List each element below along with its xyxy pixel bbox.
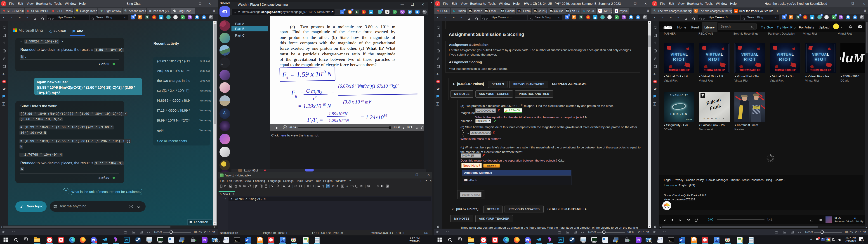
svg-text:=: = (300, 89, 304, 95)
svg-text:x: x (438, 73, 439, 76)
svg-text:A: A (653, 72, 655, 75)
svg-text:¶: ¶ (322, 185, 324, 188)
svg-text:x: x (347, 186, 348, 188)
svg-text:A: A (2, 72, 4, 75)
svg-text:Fg: Fg (291, 89, 297, 98)
svg-text:1.29x10-45N: 1.29x10-45N (329, 118, 349, 123)
svg-text:(6.67x10-11Nm2/c2)(1.67x10-27k: (6.67x10-11Nm2/c2)(1.67x10-27kg)2 (338, 83, 399, 89)
svg-text:1.59x10-9N: 1.59x10-9N (329, 111, 348, 116)
svg-text:G m1m2: G m1m2 (306, 88, 322, 94)
svg-text:</>: </> (332, 185, 335, 187)
svg-text:= 1.24x1036: = 1.24x1036 (360, 114, 387, 120)
svg-text:x: x (4, 73, 5, 76)
svg-text:=: = (331, 89, 335, 95)
svg-text:= 1.29x10-45 N: = 1.29x10-45 N (298, 103, 331, 109)
svg-text:Fe/Fg =: Fe/Fg = (307, 117, 323, 123)
svg-text:A: A (436, 72, 438, 75)
svg-text:r2: r2 (313, 96, 316, 101)
svg-text:x: x (655, 73, 656, 76)
svg-text:(3.8 x 10-10 m)2: (3.8 x 10-10 m)2 (343, 99, 372, 104)
svg-text:Fe = 1.59 x 10-9 N: Fe = 1.59 x 10-9 N (282, 69, 332, 80)
